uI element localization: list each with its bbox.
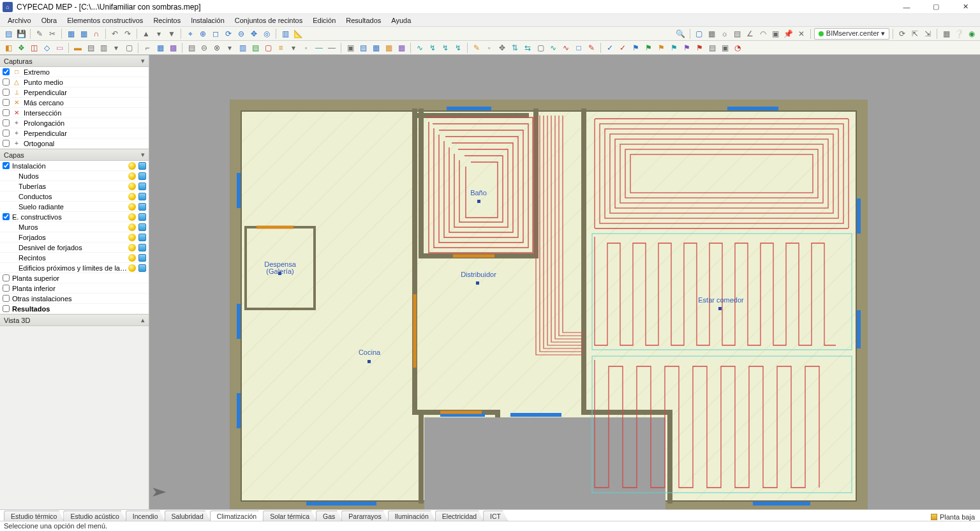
t2-icon-36[interactable]: ◦ <box>484 42 495 54</box>
layer-otras-instalaciones[interactable]: Otras instalaciones <box>0 294 149 304</box>
tool-view-pin-icon[interactable]: 📌 <box>783 28 794 40</box>
layer-checkbox[interactable] <box>3 295 10 302</box>
t2-icon-54[interactable]: ▣ <box>719 42 731 54</box>
tool-view-arc-icon[interactable]: ◠ <box>757 28 769 40</box>
bulb-icon[interactable] <box>128 244 136 251</box>
t2-icon-48[interactable]: ⚑ <box>642 42 654 54</box>
bulb-icon[interactable] <box>128 264 136 272</box>
cube-icon[interactable] <box>138 203 146 211</box>
cube-icon[interactable] <box>138 244 146 251</box>
layer-checkbox[interactable] <box>3 305 10 312</box>
tool-measure-icon[interactable]: 📐 <box>292 28 304 40</box>
tool-undo-icon[interactable]: ↶ <box>109 28 121 40</box>
t2-icon-1[interactable]: ◧ <box>3 42 14 54</box>
t2-icon-8[interactable]: ▥ <box>98 42 109 54</box>
snap-checkbox[interactable] <box>3 130 10 137</box>
tool-zoom-fit-icon[interactable]: ⌖ <box>184 28 196 40</box>
t2-icon-13[interactable]: ▩ <box>167 42 179 54</box>
t2-icon-21[interactable]: ≡ <box>275 42 286 54</box>
tool-search-icon[interactable]: 🔍 <box>675 28 687 40</box>
t2-icon-50[interactable]: ⚑ <box>668 42 679 54</box>
snap-intersección[interactable]: ✕Intersección <box>0 108 149 118</box>
tool-export-icon[interactable]: ⇱ <box>909 28 921 40</box>
t2-icon-45[interactable]: ✓ <box>604 42 616 54</box>
bulb-icon[interactable] <box>128 203 136 211</box>
t2-icon-43[interactable]: □ <box>573 42 584 54</box>
menu-edición[interactable]: Edición <box>308 17 341 24</box>
layer-checkbox[interactable] <box>3 285 10 292</box>
t2-icon-34[interactable]: ↯ <box>452 42 464 54</box>
snap-extremo[interactable]: □Extremo <box>0 67 149 77</box>
bulb-icon[interactable] <box>128 172 136 180</box>
t2-icon-46[interactable]: ✓ <box>617 42 628 54</box>
tab-salubridad[interactable]: Salubridad <box>165 511 211 521</box>
t2-icon-47[interactable]: ⚑ <box>630 42 641 54</box>
layer-instalaci-n[interactable]: Instalación <box>0 161 149 171</box>
tool-up-icon[interactable]: ▲ <box>140 28 152 40</box>
t2-icon-53[interactable]: ▤ <box>706 42 718 54</box>
layer-resultados[interactable]: Resultados <box>0 304 149 314</box>
t2-icon-40[interactable]: ▢ <box>535 42 546 54</box>
t2-icon-22[interactable]: ▾ <box>288 42 299 54</box>
tool-zoom-out-icon[interactable]: ⊖ <box>235 28 247 40</box>
tool-dropdown-icon[interactable]: ▾ <box>153 28 165 40</box>
t2-icon-29[interactable]: ▦ <box>383 42 394 54</box>
t2-icon-7[interactable]: ▤ <box>85 42 96 54</box>
floor-indicator[interactable]: Planta baja <box>931 513 975 521</box>
tool-down-icon[interactable]: ▼ <box>166 28 177 40</box>
tool-settings-icon[interactable]: ▦ <box>940 28 952 40</box>
t2-icon-12[interactable]: ▦ <box>154 42 166 54</box>
t2-icon-38[interactable]: ⇅ <box>509 42 521 54</box>
menu-instalación[interactable]: Instalación <box>186 17 230 24</box>
tool-pan-icon[interactable]: ✥ <box>248 28 260 40</box>
bimserver-dropdown[interactable]: BIMserver.center ▾ <box>814 28 889 40</box>
cube-icon[interactable] <box>138 162 146 170</box>
t2-icon-24[interactable]: — <box>313 42 325 54</box>
t2-icon-37[interactable]: ✥ <box>496 42 508 54</box>
tool-orbit-icon[interactable]: ◎ <box>261 28 272 40</box>
t2-icon-52[interactable]: ⚑ <box>694 42 705 54</box>
t2-icon-39[interactable]: ⇆ <box>522 42 533 54</box>
layer-suelo-radiante[interactable]: Suelo radiante <box>0 202 149 212</box>
tab-climatizaci-n[interactable]: Climatización <box>210 511 264 521</box>
snap-perpendicular[interactable]: +Perpendicular <box>0 128 149 138</box>
layer-edificios-pr-ximos-y-l-mites-de-la-propiedad[interactable]: Edificios próximos y límites de la propi… <box>0 263 149 273</box>
drawing-canvas[interactable]: ➤ <box>149 55 980 509</box>
tool-print-icon[interactable]: ▥ <box>279 28 291 40</box>
t2-icon-6[interactable]: ▬ <box>72 42 84 54</box>
snap-checkbox[interactable] <box>3 109 10 116</box>
tool-view-sun-icon[interactable]: ☼ <box>719 28 731 40</box>
menu-conjuntos-de-recintos[interactable]: Conjuntos de recintos <box>230 17 308 24</box>
t2-icon-17[interactable]: ▾ <box>224 42 235 54</box>
cube-icon[interactable] <box>138 183 146 190</box>
tool-save-icon[interactable]: 💾 <box>15 28 27 40</box>
tool-view-grid-icon[interactable]: ▦ <box>706 28 718 40</box>
t2-icon-9[interactable]: ▾ <box>110 42 122 54</box>
t2-icon-27[interactable]: ▤ <box>357 42 369 54</box>
layer-checkbox[interactable] <box>3 213 10 220</box>
tool-refresh2-icon[interactable]: ⟳ <box>896 28 908 40</box>
panel-vista3d-header[interactable]: Vista 3D ▴ <box>0 314 149 326</box>
cube-icon[interactable] <box>138 223 146 231</box>
tool-about-icon[interactable]: ◉ <box>966 28 977 40</box>
layer-checkbox[interactable] <box>3 162 10 169</box>
tab-electricidad[interactable]: Electricidad <box>435 511 484 521</box>
t2-icon-25[interactable]: — <box>326 42 338 54</box>
tab-ict[interactable]: ICT <box>483 511 508 521</box>
t2-icon-20[interactable]: ▢ <box>262 42 274 54</box>
menu-recintos[interactable]: Recintos <box>148 17 186 24</box>
tool-view-angle-icon[interactable]: ∠ <box>745 28 756 40</box>
t2-icon-14[interactable]: ▤ <box>186 42 197 54</box>
layer-planta-superior[interactable]: Planta superior <box>0 273 149 283</box>
snap-ortogonal[interactable]: +Ortogonal <box>0 138 149 149</box>
tool-cut-icon[interactable]: ✂ <box>47 28 58 40</box>
t2-icon-19[interactable]: ▤ <box>249 42 261 54</box>
tool-wand-icon[interactable]: ✎ <box>34 28 45 40</box>
tool-view-layers-icon[interactable]: ▤ <box>732 28 743 40</box>
tool-view-camera-icon[interactable]: ▣ <box>770 28 782 40</box>
tool-refresh-icon[interactable]: ⟳ <box>223 28 234 40</box>
bulb-icon[interactable] <box>128 223 136 231</box>
t2-icon-30[interactable]: ▦ <box>396 42 407 54</box>
layer-muros[interactable]: Muros <box>0 222 149 232</box>
tool-import-icon[interactable]: ⇲ <box>922 28 933 40</box>
